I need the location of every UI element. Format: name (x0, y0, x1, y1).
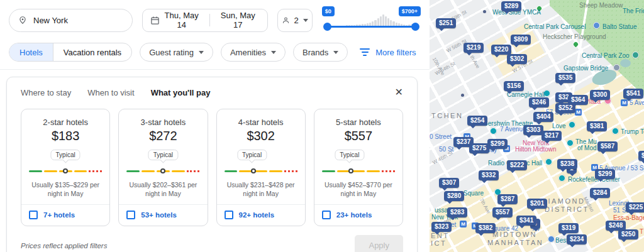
map-poi-label: Sheep Meadow (579, 2, 623, 9)
price-range-text: Usually $135–$229 per night in May (21, 175, 109, 204)
price-pin[interactable]: $341 (516, 216, 536, 226)
price-pin[interactable]: $222 (507, 160, 527, 170)
map-poi-label: 0 Street (430, 133, 452, 140)
poi-dot-icon (483, 10, 486, 13)
price-pin[interactable]: $323 (431, 222, 452, 232)
card-price: $272 (119, 129, 207, 143)
price-pin[interactable]: $225 (626, 202, 644, 212)
checkbox[interactable] (225, 211, 233, 219)
map-poi-label: T (640, 228, 643, 235)
price-level-knob (348, 168, 353, 173)
price-pin[interactable]: $283 (447, 207, 467, 217)
poi-icon (632, 52, 639, 58)
close-icon[interactable]: ✕ (395, 87, 403, 97)
price-pin[interactable]: $381 (587, 121, 607, 131)
price-pin[interactable]: $557 (492, 207, 513, 217)
price-pin[interactable]: $299 (595, 169, 615, 179)
destination-input[interactable]: New York (9, 9, 133, 32)
price-pin[interactable]: $541 (623, 89, 643, 99)
checkbox[interactable] (29, 211, 38, 219)
brands-dropdown[interactable]: Brands (293, 43, 348, 62)
price-pin[interactable]: $332 (479, 170, 499, 180)
toggle-hotels[interactable]: Hotels (9, 43, 53, 61)
poi-icon (545, 158, 552, 165)
map-area-label: TCHEN (431, 112, 463, 119)
price-pin[interactable]: $238 (557, 159, 577, 169)
price-pin[interactable]: $284 (590, 188, 610, 198)
price-pin[interactable]: $234 (567, 234, 587, 244)
price-pin[interactable]: $251 (436, 18, 456, 28)
hotel-filter-checkbox-row[interactable]: 23+ hotels (314, 204, 402, 226)
price-pin[interactable]: $254 (467, 116, 487, 126)
price-pin[interactable]: $220 (491, 45, 511, 55)
price-slider-handle-max[interactable] (411, 23, 419, 31)
card-3-star: 3-star hotels $272 Typical Usually $202–… (118, 109, 208, 226)
hotel-filter-checkbox-row[interactable]: 7+ hotels (21, 204, 109, 226)
price-pin[interactable]: $535 (555, 73, 575, 83)
price-pin[interactable]: $5 (638, 151, 644, 161)
section-divider (0, 69, 430, 70)
price-pin[interactable]: $299 (487, 139, 508, 149)
tab-when-to-visit[interactable]: When to visit (87, 88, 134, 97)
price-pin[interactable]: $303 (523, 125, 543, 135)
price-pin[interactable]: $287 (497, 194, 518, 204)
price-pin[interactable]: $275 (469, 143, 489, 153)
apply-button[interactable]: Apply (355, 235, 403, 252)
price-pin[interactable]: $289 (501, 1, 521, 11)
price-pin[interactable]: $300 (590, 90, 610, 100)
price-pin[interactable]: $587 (597, 141, 618, 151)
date-range-picker[interactable]: Thu, May 14 Sun, May 17 (142, 9, 267, 32)
star-rating-cards: 2-star hotels $183 Typical Usually $135–… (7, 101, 417, 226)
checkout-date[interactable]: Sun, May 17 (216, 11, 260, 30)
histogram-bar (385, 16, 387, 26)
price-pin[interactable]: $307 (439, 178, 459, 188)
hotel-filter-checkbox-row[interactable]: 92+ hotels (217, 204, 305, 226)
poi-icon (490, 128, 497, 134)
price-pin[interactable]: $404 (533, 112, 553, 122)
price-slider-track[interactable] (326, 26, 417, 28)
price-level-knob (251, 168, 256, 173)
typical-badge: Typical (148, 150, 178, 160)
guest-count-selector[interactable]: 2 (277, 9, 313, 32)
tab-what-youll-pay[interactable]: What you'll pay (151, 88, 211, 97)
price-pin[interactable]: $217 (541, 131, 562, 141)
map-poi-label: 50 St (439, 146, 453, 153)
price-pin[interactable]: $280 (444, 191, 464, 201)
toggle-vacation-rentals[interactable]: Vacation rentals (53, 43, 131, 61)
amenities-dropdown[interactable]: Amenities (221, 43, 286, 62)
price-pin[interactable]: $219 (464, 43, 484, 53)
price-pin[interactable]: $319 (558, 223, 579, 233)
price-slider-handle-min[interactable] (323, 23, 331, 31)
search-bar: New York Thu, May 14 Sun, May 17 2 $0 $7… (0, 0, 430, 38)
hotel-filter-checkbox-row[interactable]: 53+ hotels (119, 204, 207, 226)
price-level-bar (126, 168, 199, 175)
map-poi-label: Central Park Zoo (582, 52, 630, 59)
poi-icon (548, 236, 555, 243)
poi-dot-icon (461, 94, 464, 97)
filter-chip-row: Hotels Vacation rentals Guest rating Ame… (0, 38, 430, 69)
map-poi-label: The Fric (623, 8, 644, 14)
more-filters-button[interactable]: More filters (359, 48, 416, 57)
card-5-star: 5-star hotels $557 Typical Usually $452–… (314, 109, 403, 226)
checkbox[interactable] (322, 211, 331, 219)
map[interactable]: W 59th StW 56th StW 54th StW 57th St10th… (430, 0, 644, 252)
price-pin[interactable]: $201 (527, 199, 547, 209)
guest-rating-dropdown[interactable]: Guest rating (140, 43, 213, 62)
price-pin[interactable]: $156 (504, 81, 524, 91)
checkin-date[interactable]: Thu, May 14 (160, 11, 203, 30)
price-level-bar (29, 168, 102, 175)
price-pin[interactable]: $809 (511, 35, 531, 45)
price-pin[interactable]: $252 (555, 103, 575, 113)
card-price: $557 (314, 129, 402, 143)
price-pin[interactable]: $302 (507, 54, 527, 64)
map-poi-label: 51 S (613, 207, 626, 214)
hotel-search-app: New York Thu, May 14 Sun, May 17 2 $0 $7… (0, 0, 644, 252)
checkbox[interactable] (126, 211, 135, 219)
tab-where-to-stay[interactable]: Where to stay (21, 88, 71, 97)
map-poi-label: 5 Ave (630, 99, 644, 106)
price-pin[interactable]: $246 (529, 97, 549, 107)
price-pin[interactable]: $250 (618, 229, 638, 239)
price-pin[interactable]: $382 (475, 223, 496, 233)
poi-icon (569, 121, 575, 128)
results-panel: New York Thu, May 14 Sun, May 17 2 $0 $7… (0, 0, 430, 252)
